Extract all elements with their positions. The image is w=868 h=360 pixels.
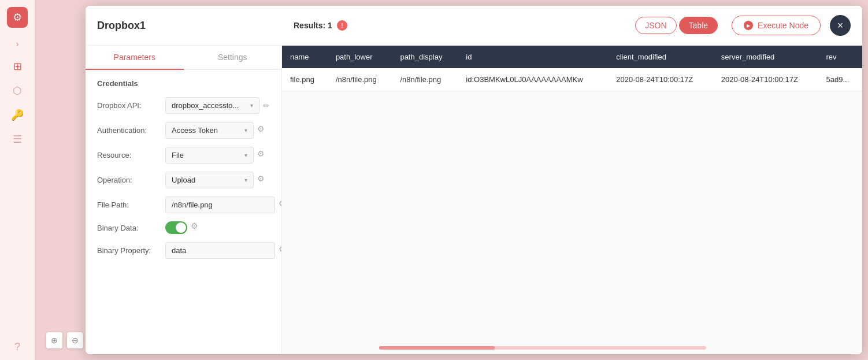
binary-data-toggle-wrapper — [165, 221, 187, 234]
sidebar-icon-key[interactable]: 🔑 — [11, 109, 24, 121]
sidebar: ⚙ › ⊞ ⬡ 🔑 ☰ ? — [0, 0, 35, 360]
file-path-control: ⚙ — [165, 196, 282, 213]
cell-path-lower: /n8n/file.png — [328, 68, 392, 91]
cell-server-modified: 2020-08-24T10:00:17Z — [713, 68, 818, 91]
sidebar-collapse-arrow[interactable]: › — [16, 39, 19, 49]
operation-select[interactable]: Upload ▾ — [165, 172, 254, 188]
results-info-icon: ! — [337, 20, 347, 31]
sidebar-icon-grid[interactable]: ⊞ — [13, 60, 22, 73]
table-body: file.png /n8n/file.png /n8n/file.png id:… — [282, 68, 862, 91]
authentication-gear-icon[interactable]: ⚙ — [257, 124, 270, 137]
scrollbar-thumb[interactable] — [379, 346, 495, 350]
node-modal: Dropbox1 Results: 1 ! JSON Table ▶ Execu… — [86, 6, 862, 354]
horizontal-scrollbar[interactable] — [379, 346, 706, 350]
dropbox-api-control: dropbox_accessto... ▾ ✏ — [165, 97, 270, 114]
cell-path-display: /n8n/file.png — [392, 68, 458, 91]
operation-row: Operation: Upload ▾ ⚙ — [97, 172, 270, 188]
cell-id: id:O3BMKwL0LJ0AAAAAAAAMKw — [458, 68, 608, 91]
modal-title: Dropbox1 — [97, 20, 294, 32]
app-logo: ⚙ — [7, 7, 28, 28]
edit-credential-icon[interactable]: ✏ — [263, 101, 270, 110]
left-panel: Parameters Settings Credentials Dropbox … — [86, 46, 282, 354]
logo-icon: ⚙ — [13, 11, 22, 24]
execute-node-button[interactable]: ▶ Execute Node — [732, 16, 821, 35]
modal-header: Dropbox1 Results: 1 ! JSON Table ▶ Execu… — [86, 6, 862, 46]
operation-gear-icon[interactable]: ⚙ — [257, 174, 270, 187]
dropbox-api-label: Dropbox API: — [97, 101, 161, 110]
json-view-button[interactable]: JSON — [635, 17, 676, 34]
col-client-modified: client_modified — [608, 46, 713, 68]
binary-property-row: Binary Property: ⚙ — [97, 242, 270, 259]
sidebar-icon-network[interactable]: ⬡ — [13, 84, 22, 97]
binary-data-row: Binary Data: ⚙ — [97, 221, 270, 234]
col-name: name — [282, 46, 328, 68]
resource-label: Resource: — [97, 151, 161, 159]
resource-gear-icon[interactable]: ⚙ — [257, 149, 270, 162]
modal-body: Parameters Settings Credentials Dropbox … — [86, 46, 862, 354]
form-section: Credentials Dropbox API: dropbox_accesst… — [86, 70, 281, 276]
results-panel: name path_lower path_display id client_m… — [282, 46, 862, 354]
cell-client-modified: 2020-08-24T10:00:17Z — [608, 68, 713, 91]
binary-property-control: ⚙ — [165, 242, 282, 259]
file-path-label: File Path: — [97, 201, 161, 209]
binary-data-control: ⚙ — [165, 221, 270, 234]
tab-settings[interactable]: Settings — [184, 46, 282, 70]
credentials-section-title: Credentials — [97, 79, 270, 88]
binary-data-gear-icon[interactable]: ⚙ — [191, 221, 203, 234]
toggle-knob — [176, 222, 186, 233]
operation-control: Upload ▾ ⚙ — [165, 172, 270, 188]
binary-property-input[interactable] — [165, 242, 275, 259]
file-path-row: File Path: ⚙ — [97, 196, 270, 213]
dropbox-api-row: Dropbox API: dropbox_accessto... ▾ ✏ — [97, 97, 270, 114]
table-row: file.png /n8n/file.png /n8n/file.png id:… — [282, 68, 862, 91]
execute-play-icon: ▶ — [744, 21, 753, 30]
table-view-button[interactable]: Table — [679, 17, 718, 34]
cell-rev: 5ad9... — [818, 68, 863, 91]
authentication-label: Authentication: — [97, 126, 161, 135]
file-path-input[interactable] — [165, 196, 275, 213]
resource-select[interactable]: File ▾ — [165, 147, 254, 164]
col-rev: rev — [818, 46, 863, 68]
binary-data-label: Binary Data: — [97, 224, 161, 232]
results-label: Results: 1 — [294, 21, 332, 30]
results-table: name path_lower path_display id client_m… — [282, 46, 862, 91]
cell-name: file.png — [282, 68, 328, 91]
authentication-control: Access Token ▾ ⚙ — [165, 122, 270, 139]
modal-results-area: Results: 1 ! JSON Table ▶ Execute Node — [294, 16, 821, 35]
authentication-select[interactable]: Access Token ▾ — [165, 122, 254, 139]
resource-control: File ▾ ⚙ — [165, 147, 270, 164]
zoom-out-button[interactable]: ⊖ — [67, 332, 83, 348]
col-path-display: path_display — [392, 46, 458, 68]
chevron-down-icon: ▾ — [244, 127, 247, 133]
tab-parameters[interactable]: Parameters — [86, 46, 184, 70]
binary-property-label: Binary Property: — [97, 246, 161, 255]
sidebar-icon-help[interactable]: ? — [14, 341, 20, 353]
binary-data-toggle[interactable] — [165, 221, 187, 234]
table-header: name path_lower path_display id client_m… — [282, 46, 862, 68]
chevron-down-icon: ▾ — [244, 177, 247, 183]
modal-close-button[interactable]: × — [830, 15, 851, 36]
zoom-in-button[interactable]: ⊕ — [46, 332, 62, 348]
col-server-modified: server_modified — [713, 46, 818, 68]
resource-row: Resource: File ▾ ⚙ — [97, 147, 270, 164]
dropbox-api-select[interactable]: dropbox_accessto... ▾ — [165, 97, 259, 114]
authentication-row: Authentication: Access Token ▾ ⚙ — [97, 122, 270, 139]
chevron-down-icon: ▾ — [244, 152, 247, 158]
col-id: id — [458, 46, 608, 68]
sidebar-icon-list[interactable]: ☰ — [13, 133, 22, 146]
operation-label: Operation: — [97, 176, 161, 184]
chevron-down-icon: ▾ — [250, 102, 253, 109]
zoom-controls: ⊕ ⊖ — [46, 332, 83, 348]
col-path-lower: path_lower — [328, 46, 392, 68]
view-toggle-buttons: JSON Table — [635, 17, 718, 34]
parameter-tabs: Parameters Settings — [86, 46, 281, 70]
